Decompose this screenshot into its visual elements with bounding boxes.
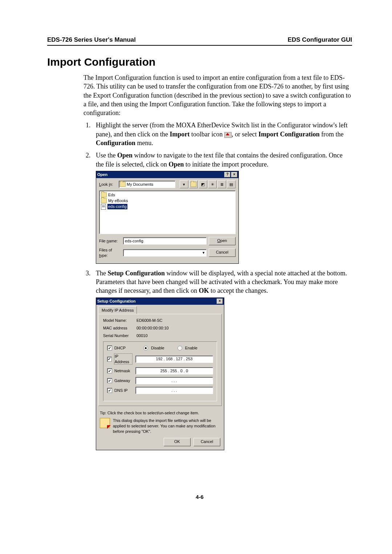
list-item[interactable]: My eBooks [101,198,234,204]
help-icon[interactable]: ? [224,172,230,177]
model-name-value: ED6008-M-SC [136,318,163,323]
note-text: This dialog displays the import file set… [113,418,220,434]
ip-checkbox[interactable]: ✔ [107,357,112,362]
step-2: Use the Open window to navigate to the t… [92,151,352,263]
tab-modify-ip[interactable]: Modify IP Address [98,306,137,314]
file-list[interactable]: Eds My eBooks eds-config [99,190,236,234]
folder-icon [120,182,126,187]
serial-value: 00010 [136,333,148,338]
gateway-checkbox[interactable]: ✔ [107,378,112,383]
cancel-button[interactable]: Cancel [209,249,236,257]
new-folder-icon[interactable]: ✳ [208,180,217,188]
dhcp-checkbox[interactable]: ✔ [107,345,112,350]
ip-label: IP Address [114,353,132,365]
ok-button[interactable]: OK [164,438,191,446]
header-left: EDS-726 Series User's Manual [47,36,136,44]
gateway-label: Gateway [114,378,130,383]
list-item[interactable]: Eds [101,192,234,198]
filetype-label: Files of type: [99,247,121,258]
model-name-label: Model Name: [103,318,132,323]
cancel-button[interactable]: Cancel [193,438,220,446]
enable-radio[interactable] [177,346,182,350]
filename-label: File name: [99,238,121,244]
ip-settings-group: ✔DHCP Disable Enable ✔IP Address 192 . 1… [103,341,217,402]
netmask-checkbox[interactable]: ✔ [107,368,112,373]
mac-value: 00:00:00:00:00:10 [136,325,169,331]
step-3: The Setup Configuration window will be d… [92,269,352,450]
lookin-label: Look in: [99,182,117,187]
close-icon[interactable]: × [231,172,237,177]
gateway-input[interactable]: . . . [135,377,213,384]
header-right: EDS Configurator GUI [287,36,352,44]
list-item[interactable]: eds-config [101,204,234,210]
list-view-icon[interactable]: ≣ [217,180,226,188]
netmask-label: Netmask [114,368,130,374]
section-title: Import Configuration [47,56,352,68]
mac-label: MAC address [103,325,132,331]
filetype-combo[interactable]: ▾ [123,249,207,257]
enable-label: Enable [185,345,197,351]
up-folder-icon[interactable] [189,180,198,188]
page-number: 4-6 [47,494,352,500]
dns-input[interactable]: . . . [135,387,213,394]
filename-input[interactable]: eds-config [123,237,207,245]
note-icon [100,418,110,428]
dropdown-icon[interactable]: ▾ [180,180,188,188]
folder-icon [101,198,107,203]
setup-dialog-title: Setup Configuration [97,299,136,304]
dhcp-label: DHCP [114,345,126,351]
open-dialog-title: Open [97,172,107,177]
dns-label: DNS IP [114,388,128,393]
netmask-input[interactable]: 255 . 255 . 0 . 0 [135,367,213,374]
file-icon [101,204,106,210]
setup-config-dialog: Setup Configuration × Modify IP Address … [96,297,224,450]
serial-label: Serial Number [103,333,132,338]
import-toolbar-icon [224,132,232,138]
disable-label: Disable [151,345,164,351]
dns-checkbox[interactable]: ✔ [107,388,112,393]
intro-paragraph: The Import Configuration function is use… [83,73,352,117]
desktop-icon[interactable]: ◩ [199,180,207,188]
ip-input[interactable]: 192 . 168 . 127 . 253 [135,356,213,363]
folder-icon [101,192,107,197]
close-icon[interactable]: × [217,299,223,304]
step-1: Highlight the server (from the MOXA Ethe… [92,121,352,147]
open-button[interactable]: Open [209,237,236,245]
disable-radio[interactable] [143,346,148,350]
details-view-icon[interactable]: ▤ [227,180,236,188]
lookin-combo[interactable]: My Documents [119,181,175,188]
open-dialog: Open ? × Look in: My Documents [96,171,239,264]
tip-text: Tip: Click the check box to select/un-se… [96,408,224,416]
